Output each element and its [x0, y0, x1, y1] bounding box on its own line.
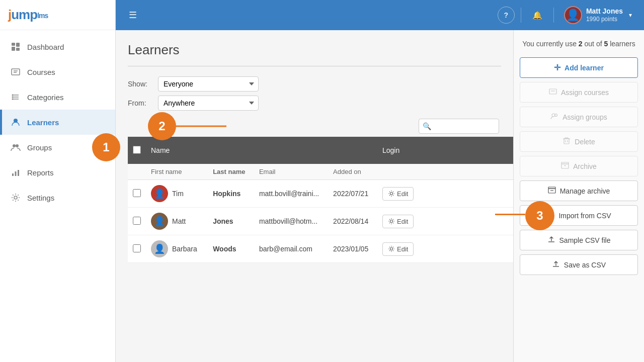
delete-icon: [562, 137, 571, 146]
svg-point-21: [390, 220, 393, 223]
table-row: 👤 Tim Hopkins matt.bovill@traini... 2022…: [128, 180, 513, 208]
save-csv-icon: [552, 260, 560, 269]
sub-email: Email: [254, 164, 328, 180]
edit-button[interactable]: Edit: [382, 187, 414, 201]
svg-rect-23: [549, 89, 556, 94]
from-filter-row: From: Anywhere Location 1: [128, 96, 501, 111]
sidebar-item-label: Groups: [27, 143, 52, 152]
svg-rect-3: [16, 48, 20, 51]
sample-csv-label: Sample CSV file: [559, 236, 611, 244]
from-select[interactable]: Anywhere Location 1: [158, 96, 259, 111]
table-row: 👤 Matt Jones mattbovill@hotm... 2022/08/…: [128, 208, 513, 235]
menu-toggle-button[interactable]: ☰: [124, 7, 142, 24]
archive-icon: [561, 161, 569, 171]
gear-icon: [388, 190, 395, 197]
assign-groups-icon: [550, 112, 558, 122]
add-learner-label: Add learner: [565, 64, 604, 72]
sidebar-item-label: Dashboard: [27, 43, 64, 51]
sidebar-item-dashboard[interactable]: Dashboard: [0, 34, 115, 59]
assign-groups-label: Assign groups: [562, 113, 607, 121]
row-actions: Edit: [377, 208, 419, 235]
row-checkbox[interactable]: [133, 244, 141, 252]
table-sub-header: First name Last name Email Added on: [128, 164, 513, 180]
edit-button[interactable]: Edit: [382, 215, 414, 228]
save-csv-label: Save as CSV: [564, 261, 606, 269]
col-login-header: Login: [377, 137, 513, 164]
header-sep-2: [553, 8, 554, 23]
user-points: 1990 points: [586, 16, 623, 23]
manage-archive-button[interactable]: Manage archive: [520, 180, 638, 201]
row-added: 2022/08/14: [328, 208, 377, 235]
row-actions: Edit: [377, 235, 419, 263]
svg-point-11: [12, 97, 14, 98]
show-select[interactable]: Everyone Active Inactive: [158, 76, 259, 92]
sample-csv-icon: [547, 235, 555, 245]
delete-label: Delete: [575, 138, 595, 146]
settings-icon: [10, 192, 21, 203]
main-nav: Dashboard Courses: [0, 30, 115, 362]
bubble-1: 1: [92, 133, 120, 161]
assign-courses-button[interactable]: Assign courses: [520, 82, 638, 103]
add-learner-button[interactable]: ✛ Add learner: [520, 57, 638, 78]
svg-rect-18: [18, 170, 19, 176]
svg-rect-38: [548, 187, 555, 189]
row-check: [128, 235, 146, 263]
svg-point-14: [13, 144, 16, 147]
logo: jumplms: [0, 0, 115, 30]
row-checkbox[interactable]: [133, 217, 141, 225]
table-row: 👤 Barbara Woods barb@email.com 2023/01/0…: [128, 235, 513, 263]
help-button[interactable]: ?: [498, 7, 515, 24]
notifications-button[interactable]: 🔔: [527, 8, 547, 23]
row-email: barb@email.com: [254, 235, 328, 263]
sub-check: [128, 164, 146, 180]
row-checkbox[interactable]: [133, 189, 141, 197]
sidebar-item-label: Settings: [27, 194, 54, 202]
sidebar-item-learners[interactable]: Learners: [0, 110, 115, 135]
sidebar-item-courses[interactable]: Courses: [0, 59, 115, 84]
svg-rect-27: [564, 139, 569, 144]
row-first-name: 👤 Barbara: [146, 235, 208, 263]
show-label: Show:: [128, 80, 153, 88]
row-first-name: 👤 Tim: [146, 180, 208, 208]
manage-archive-label: Manage archive: [560, 187, 610, 195]
groups-icon: [10, 142, 21, 153]
select-all-checkbox[interactable]: [133, 146, 141, 154]
manage-archive-icon: [548, 186, 556, 196]
learners-table: Name Login + First name Last name Email …: [128, 137, 513, 263]
archive-button[interactable]: Archive: [520, 156, 638, 176]
sub-added-on: Added on: [328, 164, 377, 180]
avatar: 👤: [564, 6, 582, 24]
sidebar-item-groups[interactable]: Groups 1: [0, 135, 115, 160]
sidebar-item-reports[interactable]: Reports: [0, 160, 115, 185]
page-title: Learners: [128, 42, 501, 58]
from-label: From:: [128, 99, 153, 107]
sidebar-item-categories[interactable]: Categories: [0, 84, 115, 110]
sidebar-item-label: Reports: [27, 168, 54, 177]
sample-csv-button[interactable]: Sample CSV file: [520, 230, 638, 250]
assign-courses-icon: [549, 87, 557, 97]
sub-action: [377, 164, 513, 180]
assign-groups-button[interactable]: Assign groups: [520, 107, 638, 127]
app-header: ☰ ? 🔔 👤 Matt Jones 1990 points ▾: [116, 0, 644, 30]
import-csv-label: Import from CSV: [558, 212, 611, 220]
bubble-2: 2: [148, 112, 176, 140]
edit-button[interactable]: Edit: [382, 242, 414, 256]
learners-tbody: 👤 Tim Hopkins matt.bovill@traini... 2022…: [128, 180, 513, 263]
row-avatar: 👤: [151, 240, 168, 257]
bubble-3-arrow: [495, 214, 525, 215]
user-menu[interactable]: 👤 Matt Jones 1990 points ▾: [560, 4, 636, 26]
main-container: ☰ ? 🔔 👤 Matt Jones 1990 points ▾ Learner…: [116, 0, 644, 362]
filters-section: Show: Everyone Active Inactive From: Any…: [128, 76, 501, 111]
row-check: [128, 208, 146, 235]
search-row: 2 🔍: [128, 119, 499, 134]
sidebar-item-label: Learners: [27, 118, 59, 127]
sub-first-name: First name: [146, 164, 208, 180]
search-icon: 🔍: [423, 122, 431, 130]
svg-rect-17: [15, 171, 17, 176]
gear-icon: [388, 218, 395, 225]
delete-button[interactable]: Delete: [520, 131, 638, 152]
save-csv-button[interactable]: Save as CSV: [520, 254, 638, 275]
row-last-name: Jones: [208, 208, 254, 235]
sidebar-item-settings[interactable]: Settings: [0, 185, 115, 210]
svg-point-22: [390, 248, 393, 250]
